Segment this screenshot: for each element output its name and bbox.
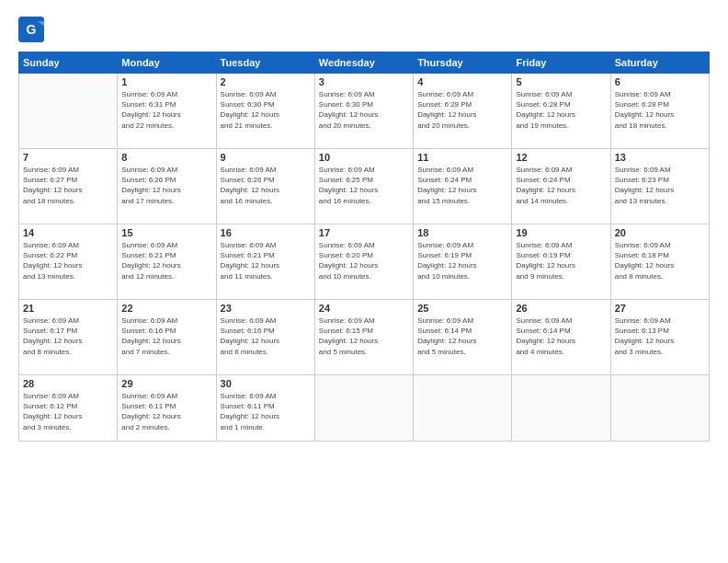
day-number: 11 bbox=[417, 152, 507, 163]
day-number: 16 bbox=[221, 227, 311, 238]
day-info: Sunrise: 6:09 AM Sunset: 6:11 PM Dayligh… bbox=[221, 391, 311, 432]
calendar-cell: 6Sunrise: 6:09 AM Sunset: 6:28 PM Daylig… bbox=[610, 74, 709, 149]
day-info: Sunrise: 6:09 AM Sunset: 6:29 PM Dayligh… bbox=[417, 89, 507, 131]
calendar-table: SundayMondayTuesdayWednesdayThursdayFrid… bbox=[18, 52, 710, 442]
day-number: 15 bbox=[121, 227, 211, 238]
day-number: 17 bbox=[319, 227, 409, 238]
calendar-cell bbox=[414, 375, 512, 442]
calendar-cell: 27Sunrise: 6:09 AM Sunset: 6:13 PM Dayli… bbox=[610, 300, 709, 375]
day-info: Sunrise: 6:09 AM Sunset: 6:30 PM Dayligh… bbox=[319, 89, 409, 131]
day-number: 5 bbox=[516, 76, 606, 87]
day-number: 14 bbox=[23, 227, 113, 238]
day-info: Sunrise: 6:09 AM Sunset: 6:26 PM Dayligh… bbox=[121, 165, 211, 206]
weekday-header-friday: Friday bbox=[512, 52, 610, 74]
day-info: Sunrise: 6:09 AM Sunset: 6:17 PM Dayligh… bbox=[23, 316, 113, 357]
day-info: Sunrise: 6:09 AM Sunset: 6:15 PM Dayligh… bbox=[319, 316, 409, 357]
weekday-header-sunday: Sunday bbox=[19, 52, 118, 74]
calendar-cell: 16Sunrise: 6:09 AM Sunset: 6:21 PM Dayli… bbox=[216, 224, 314, 300]
day-number: 19 bbox=[516, 227, 606, 238]
day-number: 24 bbox=[319, 303, 409, 314]
day-info: Sunrise: 6:09 AM Sunset: 6:30 PM Dayligh… bbox=[221, 89, 311, 131]
calendar-cell: 2Sunrise: 6:09 AM Sunset: 6:30 PM Daylig… bbox=[216, 74, 314, 149]
calendar-cell: 20Sunrise: 6:09 AM Sunset: 6:18 PM Dayli… bbox=[610, 224, 709, 300]
calendar-cell: 1Sunrise: 6:09 AM Sunset: 6:31 PM Daylig… bbox=[118, 74, 216, 149]
calendar-cell: 26Sunrise: 6:09 AM Sunset: 6:14 PM Dayli… bbox=[512, 300, 610, 375]
calendar-cell: 25Sunrise: 6:09 AM Sunset: 6:14 PM Dayli… bbox=[414, 300, 512, 375]
calendar-cell: 18Sunrise: 6:09 AM Sunset: 6:19 PM Dayli… bbox=[414, 224, 512, 300]
day-info: Sunrise: 6:09 AM Sunset: 6:26 PM Dayligh… bbox=[221, 165, 311, 206]
calendar-cell: 13Sunrise: 6:09 AM Sunset: 6:23 PM Dayli… bbox=[610, 149, 709, 224]
day-info: Sunrise: 6:09 AM Sunset: 6:24 PM Dayligh… bbox=[417, 165, 507, 206]
calendar-cell: 9Sunrise: 6:09 AM Sunset: 6:26 PM Daylig… bbox=[216, 149, 314, 224]
day-info: Sunrise: 6:09 AM Sunset: 6:16 PM Dayligh… bbox=[221, 316, 311, 357]
calendar-cell: 30Sunrise: 6:09 AM Sunset: 6:11 PM Dayli… bbox=[216, 375, 314, 442]
day-info: Sunrise: 6:09 AM Sunset: 6:19 PM Dayligh… bbox=[516, 240, 606, 282]
day-info: Sunrise: 6:09 AM Sunset: 6:22 PM Dayligh… bbox=[23, 240, 113, 282]
day-number: 18 bbox=[417, 227, 507, 238]
day-info: Sunrise: 6:09 AM Sunset: 6:28 PM Dayligh… bbox=[516, 89, 606, 131]
day-number: 21 bbox=[23, 303, 113, 314]
calendar-body: 1Sunrise: 6:09 AM Sunset: 6:31 PM Daylig… bbox=[19, 74, 710, 442]
calendar-header-row: SundayMondayTuesdayWednesdayThursdayFrid… bbox=[19, 52, 710, 74]
day-number: 28 bbox=[23, 378, 113, 389]
logo-icon: G bbox=[18, 17, 44, 42]
day-number: 9 bbox=[221, 152, 311, 163]
weekday-header-wednesday: Wednesday bbox=[314, 52, 413, 74]
day-info: Sunrise: 6:09 AM Sunset: 6:31 PM Dayligh… bbox=[121, 89, 211, 131]
header: G bbox=[18, 17, 710, 42]
day-number: 6 bbox=[615, 76, 705, 87]
day-number: 25 bbox=[417, 303, 507, 314]
calendar-cell: 12Sunrise: 6:09 AM Sunset: 6:24 PM Dayli… bbox=[512, 149, 610, 224]
day-info: Sunrise: 6:09 AM Sunset: 6:25 PM Dayligh… bbox=[319, 165, 409, 206]
logo: G bbox=[18, 17, 50, 42]
day-info: Sunrise: 6:09 AM Sunset: 6:27 PM Dayligh… bbox=[23, 165, 113, 206]
calendar-cell: 3Sunrise: 6:09 AM Sunset: 6:30 PM Daylig… bbox=[314, 74, 413, 149]
calendar-cell: 21Sunrise: 6:09 AM Sunset: 6:17 PM Dayli… bbox=[19, 300, 118, 375]
calendar-cell: 14Sunrise: 6:09 AM Sunset: 6:22 PM Dayli… bbox=[19, 224, 118, 300]
calendar-cell: 10Sunrise: 6:09 AM Sunset: 6:25 PM Dayli… bbox=[314, 149, 413, 224]
calendar-cell bbox=[512, 375, 610, 442]
day-info: Sunrise: 6:09 AM Sunset: 6:12 PM Dayligh… bbox=[23, 391, 113, 432]
day-info: Sunrise: 6:09 AM Sunset: 6:21 PM Dayligh… bbox=[221, 240, 311, 282]
calendar-cell: 22Sunrise: 6:09 AM Sunset: 6:16 PM Dayli… bbox=[118, 300, 216, 375]
svg-text:G: G bbox=[27, 22, 37, 37]
day-info: Sunrise: 6:09 AM Sunset: 6:14 PM Dayligh… bbox=[417, 316, 507, 357]
calendar-cell: 11Sunrise: 6:09 AM Sunset: 6:24 PM Dayli… bbox=[414, 149, 512, 224]
day-number: 10 bbox=[319, 152, 409, 163]
day-info: Sunrise: 6:09 AM Sunset: 6:14 PM Dayligh… bbox=[516, 316, 606, 357]
day-info: Sunrise: 6:09 AM Sunset: 6:23 PM Dayligh… bbox=[615, 165, 705, 206]
day-info: Sunrise: 6:09 AM Sunset: 6:11 PM Dayligh… bbox=[121, 391, 211, 432]
day-number: 20 bbox=[615, 227, 705, 238]
calendar-cell: 23Sunrise: 6:09 AM Sunset: 6:16 PM Dayli… bbox=[216, 300, 314, 375]
day-number: 7 bbox=[23, 152, 113, 163]
weekday-header-thursday: Thursday bbox=[414, 52, 512, 74]
weekday-header-monday: Monday bbox=[118, 52, 216, 74]
calendar-cell: 29Sunrise: 6:09 AM Sunset: 6:11 PM Dayli… bbox=[118, 375, 216, 442]
calendar-cell: 7Sunrise: 6:09 AM Sunset: 6:27 PM Daylig… bbox=[19, 149, 118, 224]
day-number: 12 bbox=[516, 152, 606, 163]
day-info: Sunrise: 6:09 AM Sunset: 6:21 PM Dayligh… bbox=[121, 240, 211, 282]
day-number: 26 bbox=[516, 303, 606, 314]
day-info: Sunrise: 6:09 AM Sunset: 6:16 PM Dayligh… bbox=[121, 316, 211, 357]
day-number: 2 bbox=[221, 76, 311, 87]
day-number: 4 bbox=[417, 76, 507, 87]
calendar-cell: 28Sunrise: 6:09 AM Sunset: 6:12 PM Dayli… bbox=[19, 375, 118, 442]
calendar-cell: 24Sunrise: 6:09 AM Sunset: 6:15 PM Dayli… bbox=[314, 300, 413, 375]
day-info: Sunrise: 6:09 AM Sunset: 6:28 PM Dayligh… bbox=[615, 89, 705, 131]
day-info: Sunrise: 6:09 AM Sunset: 6:19 PM Dayligh… bbox=[417, 240, 507, 282]
day-number: 22 bbox=[121, 303, 211, 314]
weekday-header-saturday: Saturday bbox=[610, 52, 709, 74]
calendar-cell: 19Sunrise: 6:09 AM Sunset: 6:19 PM Dayli… bbox=[512, 224, 610, 300]
calendar-cell bbox=[610, 375, 709, 442]
day-info: Sunrise: 6:09 AM Sunset: 6:24 PM Dayligh… bbox=[516, 165, 606, 206]
day-number: 1 bbox=[121, 76, 211, 87]
calendar-week-3: 21Sunrise: 6:09 AM Sunset: 6:17 PM Dayli… bbox=[19, 300, 710, 375]
day-info: Sunrise: 6:09 AM Sunset: 6:20 PM Dayligh… bbox=[319, 240, 409, 282]
calendar-cell: 4Sunrise: 6:09 AM Sunset: 6:29 PM Daylig… bbox=[414, 74, 512, 149]
calendar-cell: 15Sunrise: 6:09 AM Sunset: 6:21 PM Dayli… bbox=[118, 224, 216, 300]
day-number: 13 bbox=[615, 152, 705, 163]
page: G SundayMondayTuesdayWednesdayThursdayFr… bbox=[0, 0, 728, 563]
day-number: 3 bbox=[319, 76, 409, 87]
calendar-cell bbox=[19, 74, 118, 149]
calendar-cell: 5Sunrise: 6:09 AM Sunset: 6:28 PM Daylig… bbox=[512, 74, 610, 149]
